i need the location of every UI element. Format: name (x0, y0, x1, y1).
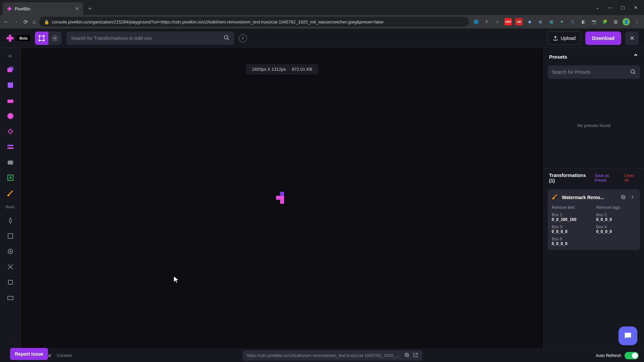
svg-rect-19 (8, 280, 12, 284)
ai-tool-5[interactable] (5, 126, 16, 137)
abp-extension-icon-2[interactable]: AB (515, 18, 523, 25)
svg-rect-23 (280, 196, 284, 200)
ai-tool-1[interactable] (5, 64, 16, 75)
translate-icon[interactable]: 🌐 (472, 18, 480, 25)
extension-icon-7[interactable]: 📷 (590, 18, 598, 25)
new-tab-button[interactable]: + (85, 4, 95, 13)
svg-point-1 (39, 35, 40, 36)
eraser-icon (552, 193, 558, 201)
upload-button[interactable]: Upload (547, 32, 581, 45)
image-dimensions: 1920px X 1312px (252, 67, 286, 72)
ai-tool-4[interactable] (5, 110, 16, 122)
basic-tool-5[interactable] (5, 277, 16, 288)
chevron-down-icon[interactable]: ⌄ (592, 3, 603, 12)
canvas-area[interactable]: 1920px X 1312px 872.01 KB (21, 48, 543, 349)
app-logo[interactable]: Beta (5, 34, 30, 43)
presets-empty-state: No presets found (544, 83, 644, 168)
svg-rect-29 (406, 354, 409, 357)
nav-back-icon[interactable]: ← (3, 19, 9, 25)
ai-tool-2[interactable] (5, 79, 16, 91)
info-button[interactable]: i (239, 34, 247, 42)
auto-refresh-toggle[interactable] (625, 352, 639, 359)
browser-toolbar: ← → ⟳ ⌂ 🔒 console.pixelbin.io/organizati… (0, 15, 644, 28)
ai-tool-3[interactable] (5, 95, 16, 106)
basic-tool-2[interactable] (5, 230, 16, 242)
rail-section-basic: Basic (6, 205, 15, 209)
ai-tool-6[interactable] (5, 141, 16, 153)
transform-name: Watermark Remo... (562, 195, 604, 200)
address-bar[interactable]: 🔒 console.pixelbin.io/organization/21526… (39, 17, 469, 27)
settings-mode-button[interactable] (48, 32, 62, 45)
tab-context[interactable]: Context (57, 353, 72, 358)
tab-title: PixelBin (15, 6, 31, 11)
save-as-preset-link[interactable]: Save as Preset (595, 173, 621, 183)
abp-extension-icon[interactable]: ABP (504, 18, 512, 25)
copy-icon[interactable] (621, 194, 627, 200)
share-icon[interactable]: ⇪ (483, 18, 490, 25)
ai-tool-9[interactable] (5, 187, 16, 199)
image-filesize: 872.01 KB (292, 67, 312, 72)
mouse-cursor (173, 276, 179, 286)
svg-point-4 (43, 40, 44, 41)
svg-rect-28 (622, 195, 624, 198)
search-icon (223, 35, 229, 42)
extension-icon-6[interactable]: ◧ (580, 18, 587, 25)
svg-rect-16 (7, 195, 9, 196)
chevron-right-icon[interactable] (630, 194, 636, 200)
download-button[interactable]: Download (585, 32, 621, 45)
window-maximize[interactable]: ▢ (617, 3, 629, 12)
svg-rect-21 (280, 192, 284, 196)
basic-tool-3[interactable] (5, 246, 16, 257)
profile-avatar[interactable]: 👤 (623, 18, 630, 25)
svg-rect-24 (280, 200, 284, 204)
ai-tool-7[interactable] (5, 157, 16, 168)
extension-icon-2[interactable]: ◍ (537, 18, 544, 25)
svg-rect-30 (405, 353, 408, 356)
right-panel: Presets ⌃ Search for Presets No presets … (543, 48, 644, 349)
url-text: console.pixelbin.io/organization/215264/… (52, 19, 384, 24)
window-minimize[interactable]: — (604, 3, 616, 12)
report-issue-button[interactable]: Report Issue (10, 348, 48, 360)
close-tab-icon[interactable]: ✕ (75, 6, 79, 11)
transformations-header: Transformations (1) Save as Preset Clear… (544, 168, 644, 187)
svg-rect-10 (7, 100, 13, 103)
clear-all-link[interactable]: Clear All (624, 173, 639, 183)
nav-home-icon[interactable]: ⌂ (33, 19, 36, 25)
extension-icon-5[interactable]: ⎘ (569, 18, 576, 25)
output-url: https://cdn.pixelbin.io/v2/tutkit/wm.rem… (243, 350, 422, 361)
presets-header[interactable]: Presets ⌃ (544, 48, 644, 65)
kebab-menu-icon[interactable]: ⋮ (633, 18, 641, 25)
svg-point-11 (7, 113, 13, 119)
chevron-up-icon[interactable]: ⌃ (633, 53, 639, 61)
extension-icon[interactable]: ◉ (526, 18, 533, 25)
preset-search[interactable]: Search for Presets (548, 65, 640, 79)
chat-fab[interactable] (619, 326, 637, 345)
transform-search[interactable]: Search for Transformations or Add-ons (66, 32, 234, 45)
bottom-bar: Transformed Context https://cdn.pixelbin… (21, 349, 644, 362)
svg-point-3 (39, 40, 40, 41)
basic-tool-6[interactable] (5, 292, 16, 303)
close-panel-button[interactable]: ✕ (625, 32, 639, 45)
svg-point-6 (224, 36, 228, 39)
nav-forward-icon[interactable]: → (13, 19, 19, 25)
pixelbin-favicon (7, 6, 12, 11)
side-panel-icon[interactable]: ▥ (612, 18, 619, 25)
auto-refresh-control: Auto Refresh (596, 352, 639, 359)
transform-mode-button[interactable] (35, 32, 48, 45)
open-url-icon[interactable] (413, 352, 418, 359)
bookmark-icon[interactable]: ☆ (494, 18, 501, 25)
copy-url-icon[interactable] (404, 352, 410, 359)
nav-reload-icon[interactable]: ⟳ (23, 19, 28, 25)
svg-rect-14 (8, 161, 13, 165)
browser-tab[interactable]: PixelBin ✕ (3, 2, 83, 15)
basic-tool-4[interactable] (5, 261, 16, 273)
svg-rect-20 (8, 296, 13, 300)
svg-point-5 (54, 37, 56, 39)
lock-icon: 🔒 (44, 19, 49, 24)
extensions-menu-icon[interactable]: 🧩 (601, 18, 608, 25)
basic-tool-1[interactable] (5, 215, 16, 226)
extension-icon-4[interactable]: ✦ (558, 18, 566, 25)
ai-tool-8[interactable] (5, 172, 16, 183)
extension-icon-3[interactable]: ▦ (547, 18, 555, 25)
window-close[interactable]: ✕ (630, 3, 641, 12)
